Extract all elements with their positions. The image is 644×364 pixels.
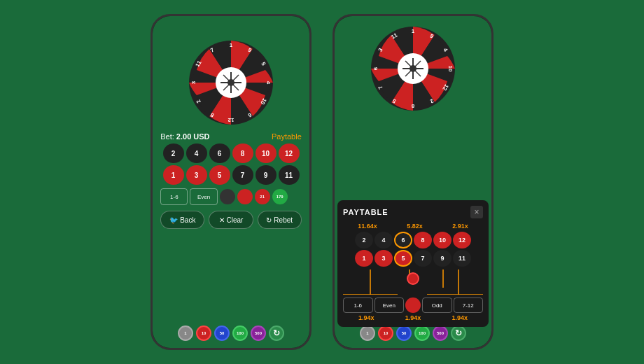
chip-500[interactable]: 500 (251, 326, 266, 341)
mult-1164: 11.64x (358, 223, 377, 230)
right-phone-screen: 1 9 4 10 12 2 8 5 7 6 3 11 (335, 16, 491, 348)
pt-cell-5[interactable]: 5 (394, 250, 412, 267)
action-buttons: 🐦 Back ✕ Clear ↻ Rebet (160, 211, 302, 229)
chip-179[interactable]: 179 (272, 189, 288, 204)
mult-bottom-2: 1.94x (405, 314, 421, 321)
chips-bar: 1 10 50 100 500 ↻ (160, 326, 302, 341)
chip-1[interactable]: 1 (178, 326, 193, 341)
right-chip-500[interactable]: 500 (433, 326, 448, 341)
bet-label: Bet: 2.00 USD (160, 132, 209, 141)
paytable-close-button[interactable]: × (470, 206, 483, 218)
mult-bottom-1: 1.94x (358, 314, 374, 321)
rebet-button[interactable]: ↻ Rebet (258, 211, 302, 229)
refresh-button[interactable]: ↻ (269, 326, 284, 341)
bet-cell-5[interactable]: 5 (209, 165, 230, 185)
paytable-overlay: PAYTABLE × 11.64x 5.82x 2.91x 2 4 6 (337, 200, 489, 327)
right-chip-50[interactable]: 50 (396, 326, 412, 341)
bet-cell-1[interactable]: 1 (163, 165, 184, 185)
svg-text:4: 4 (265, 81, 272, 85)
paytable-multipliers-top: 11.64x 5.82x 2.91x (343, 223, 483, 230)
bet-cell-11[interactable]: 11 (279, 165, 300, 185)
right-chip-10[interactable]: 10 (378, 326, 393, 341)
mult-291: 2.91x (452, 223, 468, 230)
svg-text:6: 6 (372, 66, 379, 70)
paytable-link[interactable]: Paytable (272, 132, 302, 141)
bet-cell-3[interactable]: 3 (186, 165, 207, 185)
pt-bet-even[interactable]: Even (374, 298, 405, 313)
pt-cell-12[interactable]: 12 (453, 232, 471, 248)
mult-582: 5.82x (407, 223, 423, 230)
chip-21[interactable]: 21 (255, 189, 270, 204)
right-chip-1[interactable]: 1 (360, 326, 375, 341)
paytable-center-chip (407, 272, 419, 285)
right-chip-100[interactable]: 100 (414, 326, 430, 341)
wheel-container: 1 9 5 4 10 6 12 8 2 3 11 7 (186, 37, 276, 128)
pt-bet-types-row: 1-6 Even Odd 7-12 (343, 298, 483, 313)
chip-100[interactable]: 100 (232, 326, 248, 341)
connector-area (343, 270, 483, 295)
svg-text:1: 1 (230, 42, 233, 48)
pt-bet-odd[interactable]: Odd (422, 298, 452, 313)
roulette-wheel: 1 9 5 4 10 6 12 8 2 3 11 7 (186, 37, 276, 128)
clear-icon: ✕ (219, 216, 225, 224)
pt-cell-4[interactable]: 4 (374, 232, 393, 248)
bet-info: Bet: 2.00 USD Paytable (160, 132, 302, 141)
bet-cell-7[interactable]: 7 (232, 165, 253, 185)
right-refresh-button[interactable]: ↻ (451, 326, 466, 341)
pt-bet-chip (405, 298, 421, 313)
chip-50[interactable]: 50 (214, 326, 230, 341)
bet-cell-12[interactable]: 12 (279, 144, 300, 163)
pt-cell-2[interactable]: 2 (355, 232, 373, 248)
pt-cell-8[interactable]: 8 (414, 232, 432, 248)
pt-cell-6[interactable]: 6 (394, 232, 412, 248)
top-number-row: 2 4 6 8 10 12 (160, 144, 302, 163)
pt-cell-1[interactable]: 1 (355, 250, 373, 267)
right-wheel-container: 1 9 4 10 12 2 8 5 7 6 3 11 (368, 23, 458, 114)
back-button[interactable]: 🐦 Back (160, 211, 204, 229)
right-roulette-wheel: 1 9 4 10 12 2 8 5 7 6 3 11 (368, 23, 458, 114)
paytable-grid: 2 4 6 8 10 12 1 3 5 7 9 11 (343, 232, 483, 313)
svg-text:8: 8 (411, 103, 414, 109)
pt-bet-7-12[interactable]: 7-12 (454, 298, 484, 313)
pt-cell-9[interactable]: 9 (433, 250, 451, 267)
pt-cell-3[interactable]: 3 (374, 250, 393, 267)
red-chip-slot[interactable] (237, 189, 253, 204)
mult-bottom-3: 1.94x (451, 314, 468, 321)
pt-top-row: 2 4 6 8 10 12 (343, 232, 483, 248)
svg-text:3: 3 (190, 80, 197, 84)
bet-cell-9[interactable]: 9 (255, 165, 276, 185)
rebet-icon: ↻ (266, 216, 272, 224)
bet-cell-6[interactable]: 6 (209, 144, 230, 163)
bet-cell-2[interactable]: 2 (163, 144, 184, 163)
right-phone: 1 9 4 10 12 2 8 5 7 6 3 11 (332, 14, 493, 350)
pt-bet-1-6[interactable]: 1-6 (343, 298, 373, 313)
left-phone: 1 9 5 4 10 6 12 8 2 3 11 7 (150, 14, 312, 350)
svg-text:12: 12 (227, 117, 234, 123)
bottom-number-row: 1 3 5 7 9 11 (160, 165, 302, 185)
black-chip-slot[interactable] (220, 189, 235, 204)
chip-10[interactable]: 10 (196, 326, 211, 341)
special-bet-row: 1-6 Even 21 179 (160, 188, 287, 205)
back-icon: 🐦 (169, 216, 178, 224)
bet-1-6[interactable]: 1-6 (160, 188, 188, 205)
right-chips-bar: 1 10 50 100 500 ↻ (342, 326, 484, 341)
bet-cell-10[interactable]: 10 (255, 144, 276, 163)
paytable-multipliers-bottom: 1.94x 1.94x 1.94x (343, 314, 483, 321)
pt-bottom-row: 1 3 5 7 9 11 (343, 250, 483, 267)
left-phone-screen: 1 9 5 4 10 6 12 8 2 3 11 7 (153, 16, 309, 348)
bet-amount: 2.00 USD (176, 132, 210, 141)
pt-cell-10[interactable]: 10 (433, 232, 451, 248)
bet-grid: 2 4 6 8 10 12 1 3 5 7 9 11 (160, 144, 302, 205)
svg-text:1: 1 (412, 28, 415, 34)
pt-cell-7[interactable]: 7 (414, 250, 432, 267)
bet-cell-4[interactable]: 4 (186, 144, 207, 163)
bet-cell-8[interactable]: 8 (232, 144, 253, 163)
paytable-title: PAYTABLE (343, 208, 388, 216)
paytable-header: PAYTABLE × (343, 206, 483, 218)
clear-button[interactable]: ✕ Clear (209, 211, 253, 229)
svg-text:10: 10 (447, 66, 454, 72)
main-scene: 1 9 5 4 10 6 12 8 2 3 11 7 (150, 14, 493, 350)
pt-cell-11[interactable]: 11 (453, 250, 471, 267)
bet-even[interactable]: Even (190, 188, 217, 205)
